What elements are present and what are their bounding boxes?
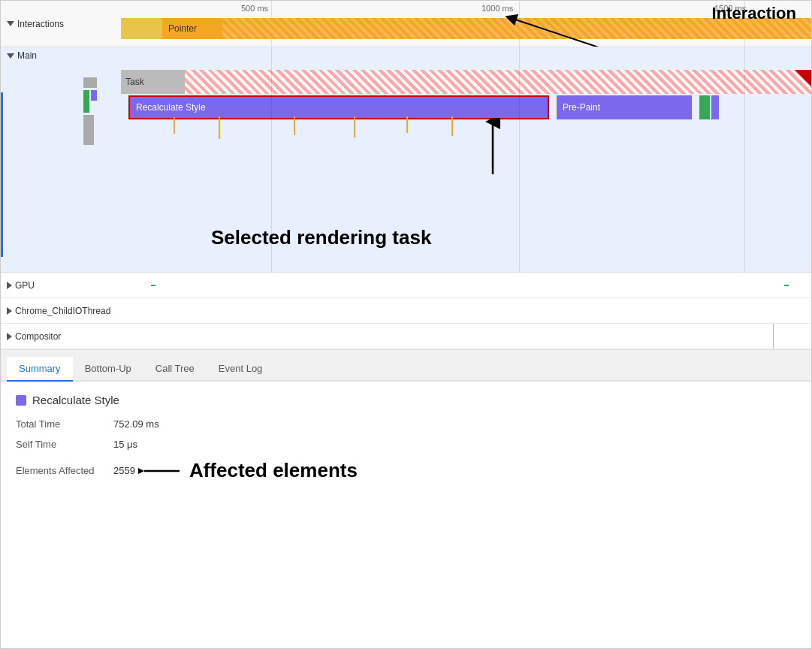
main-title: Main	[17, 50, 37, 61]
gpu-label: GPU	[15, 280, 35, 291]
compositor-content	[151, 324, 811, 349]
interactions-title: Interactions	[17, 19, 64, 29]
elements-affected-label: Elements Affected	[16, 465, 113, 476]
task-solid-block: Task	[121, 70, 185, 94]
main-vline-1	[271, 47, 272, 272]
svg-line-0	[511, 18, 601, 47]
orange-tick-2	[219, 116, 220, 139]
interactions-row: Interactions 500 ms 1000 ms 1500 ms Poin…	[1, 1, 811, 47]
tab-summary[interactable]: Summary	[7, 357, 73, 382]
gpu-green-right	[784, 285, 789, 286]
main-header: Main	[1, 47, 43, 64]
compositor-label: Compositor	[15, 331, 61, 342]
tab-call-tree[interactable]: Call Tree	[143, 357, 207, 382]
gpu-green-left	[151, 285, 155, 286]
recalc-color-swatch	[16, 395, 26, 406]
tabs-bar: Summary Bottom-Up Call Tree Event Log	[1, 350, 811, 382]
affected-annotation-text: Affected elements	[189, 459, 358, 482]
recalc-label: Recalculate Style	[136, 102, 206, 113]
thread-rows: GPU Chrome_ChildIOThread Compositor	[1, 273, 811, 350]
elements-affected-value: 2559	[113, 465, 135, 476]
pointer-yellow-block	[121, 18, 162, 39]
task-hatched-bg: Task	[121, 70, 811, 94]
left-decorations	[83, 77, 97, 145]
tick-1000: 1000 ms	[481, 4, 513, 13]
task-label: Task	[125, 77, 144, 87]
pointer-bar: Pointer	[121, 17, 811, 40]
rendering-arrow-svg	[481, 118, 504, 178]
orange-tick-3	[294, 116, 295, 135]
summary-panel: Recalculate Style Total Time 752.09 ms S…	[1, 382, 811, 503]
orange-tick-6	[451, 116, 453, 136]
elements-affected-row: Elements Affected 2559 Affected elements	[16, 459, 796, 482]
pointer-label: Pointer	[162, 18, 222, 39]
main-section: Main Task Recalculate Style Pre-Paint	[1, 47, 811, 273]
interaction-annotation-text: Interaction	[712, 4, 796, 23]
gpu-label-container: GPU	[1, 280, 151, 291]
purple-block-left	[91, 90, 97, 101]
childio-expand-icon[interactable]	[7, 307, 12, 315]
rendering-annotation-text: Selected rendering task	[211, 226, 431, 249]
prepaint-label: Pre-Paint	[563, 102, 600, 113]
self-time-row: Self Time 15 μs	[16, 439, 796, 450]
tab-event-log[interactable]: Event Log	[207, 357, 275, 382]
tab-bottom-up[interactable]: Bottom-Up	[73, 357, 143, 382]
self-time-value: 15 μs	[113, 439, 137, 450]
thread-row-compositor: Compositor	[1, 324, 811, 349]
affected-arrow-svg	[138, 460, 183, 482]
interactions-timeline: 500 ms 1000 ms 1500 ms Pointer I	[121, 1, 811, 47]
interaction-arrow-svg	[481, 14, 616, 47]
small-green-after-prepaint	[699, 95, 710, 119]
compositor-label-container: Compositor	[1, 331, 151, 342]
blue-left-bar	[1, 92, 3, 257]
compositor-expand-icon[interactable]	[7, 333, 12, 340]
orange-tick-4	[354, 116, 355, 137]
green-block-left	[83, 90, 89, 113]
main-collapse-icon[interactable]	[7, 53, 14, 59]
total-time-label: Total Time	[16, 418, 113, 430]
orange-tick-1	[174, 117, 175, 134]
total-time-value: 752.09 ms	[113, 418, 159, 430]
task-red-corner	[795, 70, 811, 86]
thread-row-gpu: GPU	[1, 273, 811, 298]
orange-tick-5	[406, 116, 408, 133]
gray-block-2	[83, 115, 94, 145]
self-time-label: Self Time	[16, 439, 113, 450]
interactions-label: Interactions	[1, 19, 121, 29]
interactions-collapse-icon[interactable]	[7, 21, 14, 26]
small-purple-after-prepaint	[711, 95, 719, 119]
task-area: Task Recalculate Style Pre-Paint	[121, 70, 811, 205]
summary-title-row: Recalculate Style	[16, 394, 796, 406]
thread-row-childio: Chrome_ChildIOThread	[1, 298, 811, 324]
childio-label-container: Chrome_ChildIOThread	[1, 306, 151, 316]
recalc-bar[interactable]: Recalculate Style	[128, 95, 549, 119]
summary-title-text: Recalculate Style	[32, 394, 119, 406]
main-vline-2	[519, 47, 520, 272]
childio-content	[151, 298, 811, 323]
total-time-row: Total Time 752.09 ms	[16, 418, 796, 430]
prepaint-bar[interactable]: Pre-Paint	[557, 95, 692, 119]
main-vline-3	[744, 47, 745, 272]
tick-500: 500 ms	[241, 4, 268, 13]
gray-block-1	[83, 77, 97, 88]
childio-label: Chrome_ChildIOThread	[15, 306, 110, 316]
compositor-divider	[773, 324, 774, 349]
gpu-content	[151, 273, 811, 297]
gpu-expand-icon[interactable]	[7, 282, 12, 289]
